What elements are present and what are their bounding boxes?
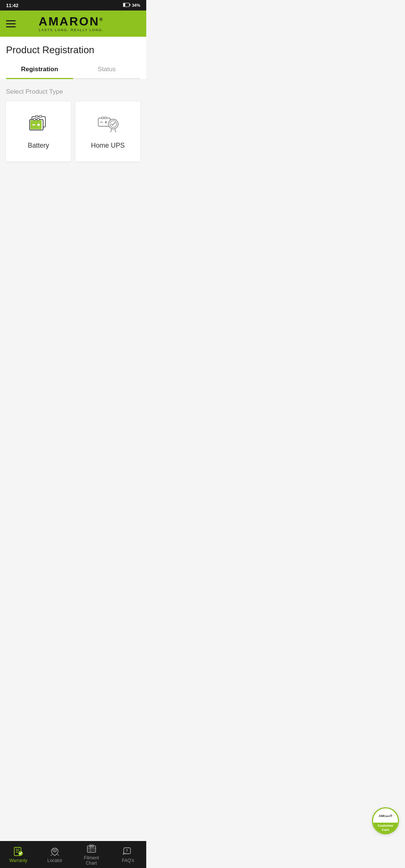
svg-rect-4 [36, 115, 38, 117]
svg-line-22 [115, 129, 116, 132]
svg-rect-8 [37, 118, 39, 120]
svg-rect-15 [105, 117, 106, 119]
battery-status-icon [123, 3, 130, 8]
section-label: Select Product Type [6, 88, 140, 96]
battery-icon [27, 114, 50, 136]
logo-text: AMARON® [39, 15, 104, 27]
page-title-section: Product Registration Registration Status [0, 37, 146, 79]
page-title: Product Registration [6, 44, 140, 60]
svg-line-21 [111, 129, 112, 132]
status-bar: 11:42 34% [0, 0, 146, 10]
main-content: Select Product Type [0, 79, 146, 266]
status-icons: 34% [123, 3, 140, 8]
battery-card-label: Battery [28, 142, 49, 150]
app-logo: AMARON® LASTS LONG, REALLY LONG. [16, 15, 127, 32]
battery-percent: 34% [132, 3, 140, 7]
hamburger-menu-button[interactable] [6, 20, 16, 27]
product-cards: Battery [6, 102, 140, 162]
ups-icon [97, 114, 119, 136]
svg-rect-14 [102, 117, 104, 119]
home-ups-card-label: Home UPS [91, 142, 124, 150]
svg-rect-7 [33, 118, 36, 120]
svg-rect-2 [123, 3, 125, 6]
svg-rect-5 [39, 115, 42, 117]
tab-registration[interactable]: Registration [6, 60, 73, 78]
svg-rect-1 [129, 4, 130, 6]
battery-card[interactable]: Battery [6, 102, 71, 162]
app-header: AMARON® LASTS LONG, REALLY LONG. [0, 10, 146, 37]
status-time: 11:42 [6, 3, 18, 8]
tab-status[interactable]: Status [73, 60, 140, 78]
home-ups-card[interactable]: Home UPS [75, 102, 140, 162]
logo-tagline: LASTS LONG, REALLY LONG. [39, 28, 104, 32]
tabs-bar: Registration Status [6, 60, 140, 79]
